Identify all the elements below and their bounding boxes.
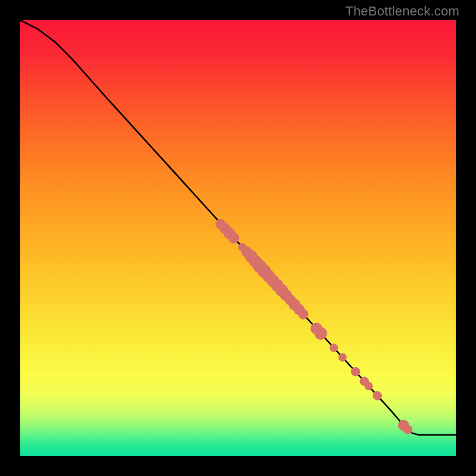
data-marker: [339, 353, 346, 361]
data-marker: [403, 425, 412, 434]
data-marker: [330, 344, 337, 352]
chart-overlay: [20, 20, 456, 456]
data-marker: [315, 327, 327, 339]
watermark-text: TheBottleneck.com: [345, 4, 459, 19]
chart-frame: TheBottleneck.com: [0, 0, 476, 476]
data-marker: [299, 309, 308, 319]
data-marker: [228, 233, 239, 243]
data-marker: [365, 382, 372, 390]
data-marker: [351, 367, 360, 376]
data-marker: [373, 392, 382, 400]
bottleneck-curve: [20, 20, 456, 435]
